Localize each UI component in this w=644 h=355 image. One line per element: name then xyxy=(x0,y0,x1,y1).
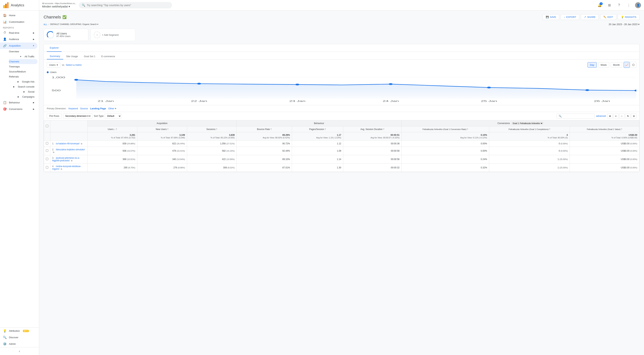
copy-icon-2[interactable]: ⧉ xyxy=(71,160,72,162)
row-page-link-2[interactable]: /podcast-jelentese-es-a-legjobb-podcasts… xyxy=(52,157,80,162)
goal-selector[interactable]: Goal 1: Feliratkozás hírlevélre xyxy=(512,122,543,125)
sidebar-item-conversions[interactable]: 🎯 Conversions ▶ xyxy=(0,106,38,112)
row-page-link-1[interactable]: /idoszakos-bojtoles-utmutato/ xyxy=(56,148,85,151)
sidebar-item-acquisition[interactable]: 🔗 Acquisition ▼ xyxy=(0,42,38,49)
sidebar-sub-sourcemedium[interactable]: Source/Medium xyxy=(9,69,38,74)
sidebar-sub-googleads[interactable]: ▶ Google Ads xyxy=(9,79,38,84)
pie-chart-button[interactable]: ⬡ xyxy=(630,62,636,68)
subtab-goalset1[interactable]: Goal Set 1 xyxy=(81,53,98,59)
table-view-btn-cols[interactable]: ⊟ xyxy=(631,113,636,119)
help-button[interactable]: ? xyxy=(616,2,622,8)
metric-dropdown[interactable]: Users ▾ xyxy=(47,62,60,68)
table-search-input[interactable] xyxy=(563,115,592,117)
total-sessions: 3,839 % of Total: 85.22% (4,505) xyxy=(187,132,237,141)
apps-icon: ⊞ xyxy=(608,3,611,7)
sidebar-sub-referrals[interactable]: Referrals xyxy=(9,74,38,79)
table-view-btn-sort[interactable]: ↕ xyxy=(619,113,624,119)
dim-landingpage[interactable]: Landing Page xyxy=(90,107,106,110)
copy-icon-1[interactable]: ⧉ xyxy=(53,151,54,153)
topbar-search-bar[interactable]: 🔍 xyxy=(79,2,172,8)
date-range-picker[interactable]: 20 Jan 2023 - 26 Jan 2023 ▾ xyxy=(608,23,640,26)
sidebar-sub-channels[interactable]: Channels xyxy=(9,59,38,64)
row-completions-2: 1 (25.00%) xyxy=(489,155,570,164)
row-page-link-0[interactable]: /a-hatalom-48-torvenye/ xyxy=(56,142,80,145)
notifications-button[interactable]: 🔔 2 xyxy=(596,2,603,8)
apps-button[interactable]: ⊞ xyxy=(606,2,613,8)
subtab-siteusage[interactable]: Site Usage xyxy=(63,53,81,59)
breadcrumb-current[interactable]: DEFAULT CHANNEL GROUPING: Organic Search… xyxy=(50,23,98,25)
secondary-dim-label: Secondary dimension ▾ xyxy=(65,115,88,117)
total-new-users: 3,109 % of Total: 87.68% (3,546) xyxy=(137,132,187,141)
dim-keyword[interactable]: Keyword xyxy=(68,107,78,110)
row-checkbox-input-0[interactable] xyxy=(46,142,48,145)
sidebar-sub-label-treemaps: Treemaps xyxy=(9,65,20,68)
sidebar-sub-searchconsole[interactable]: ▶ Search console xyxy=(9,84,38,89)
insights-button[interactable]: 💡 INSIGHTS xyxy=(618,14,640,20)
breadcrumb-all[interactable]: ALL xyxy=(44,23,47,25)
topbar-account[interactable]: Minden webhelyadat ▾ xyxy=(42,5,76,8)
row-pages-2: 1.14 xyxy=(292,155,343,164)
row-checkbox-input-1[interactable] xyxy=(46,149,48,152)
save-button[interactable]: 💾 SAVE xyxy=(543,14,560,20)
segment-all-users: All Users 87.45% Users xyxy=(44,29,88,41)
sidebar-item-behaviour[interactable]: 📋 Behaviour ▶ xyxy=(0,99,38,106)
user-avatar[interactable]: 👤 xyxy=(635,2,641,8)
more-button[interactable]: ⋮ xyxy=(625,2,632,8)
sidebar-sub-social[interactable]: ▶ Social xyxy=(9,89,38,94)
subtab-summary[interactable]: Summary xyxy=(47,53,63,59)
svg-point-15 xyxy=(295,84,299,85)
time-btn-day[interactable]: Day xyxy=(588,62,597,68)
sidebar-sub-treemaps[interactable]: Treemaps xyxy=(9,64,38,69)
tab-explorer[interactable]: Explorer xyxy=(47,44,62,52)
add-segment-button[interactable]: + + Add Segment xyxy=(90,29,135,41)
copy-icon-3[interactable]: ⧉ xyxy=(61,168,62,170)
row-checkbox-input-2[interactable] xyxy=(46,158,48,160)
table-search[interactable]: 🔍 xyxy=(556,114,594,119)
subtab-ecommerce[interactable]: E-commerce xyxy=(98,53,118,59)
table-view-btn-filter[interactable]: ⇅ xyxy=(625,113,630,119)
sidebar-item-attribution[interactable]: 💡 Attribution BETA xyxy=(0,328,38,334)
row-users-0: 839 (24.88%) xyxy=(88,141,137,147)
sidebar-sub-overview[interactable]: Overview xyxy=(9,49,38,54)
admin-icon: ⚙️ xyxy=(3,342,7,346)
th-group-behaviour: Behaviour xyxy=(237,120,402,126)
select-all-checkbox[interactable] xyxy=(46,125,48,127)
advanced-link[interactable]: advanced xyxy=(596,115,606,117)
segment-pct: 87.45% Users xyxy=(56,35,70,38)
data-table: Acquisition Behaviour Conversions Goal 1… xyxy=(44,120,639,172)
sidebar-item-customisation[interactable]: 📊 Customisation xyxy=(0,19,38,25)
sidebar-item-home[interactable]: 🏠 Home xyxy=(0,12,38,19)
secondary-dimension-button[interactable]: Secondary dimension ▾ ▾ xyxy=(63,113,92,119)
table-view-btn-grid[interactable]: ⊞ xyxy=(607,113,612,119)
plot-rows-button[interactable]: Plot Rows xyxy=(47,113,62,119)
copy-icon-0[interactable]: ⧉ xyxy=(81,143,82,145)
row-page-link-3[interactable]: /online-konyvek-letoltese-ingyen/ xyxy=(52,165,81,170)
search-input[interactable] xyxy=(87,4,169,7)
table-row: 2. /idoszakos-bojtoles-utmutato/ ⧉ 508 (… xyxy=(44,147,639,155)
time-btn-week[interactable]: Week xyxy=(598,62,609,68)
sort-type-select[interactable]: Default Weighted xyxy=(105,113,121,119)
table-view-btn-bar[interactable]: ≡ xyxy=(613,113,618,119)
time-btn-month[interactable]: Month xyxy=(611,62,622,68)
th-pages-session: Pages/Session ? xyxy=(292,126,343,132)
sidebar-item-discover[interactable]: 🔍 Discover xyxy=(0,334,38,341)
row-conv-rate-3: 0.32% xyxy=(402,164,489,172)
export-button[interactable]: ↓ EXPORT xyxy=(561,14,579,20)
dim-source[interactable]: Source xyxy=(80,107,88,110)
sidebar-item-realtime[interactable]: ⏱ Real-time ▶ xyxy=(0,30,38,36)
select-metric-link[interactable]: Select a metric xyxy=(66,63,82,66)
edit-button[interactable]: ✏️ EDIT xyxy=(600,14,616,20)
sidebar-item-admin[interactable]: ⚙️ Admin xyxy=(0,341,38,347)
dim-other[interactable]: Other ▾ xyxy=(108,107,116,110)
sidebar-sub-alltraffic[interactable]: ▼ All Traffic xyxy=(9,54,38,59)
sort-type-label: Sort Type: Default Weighted xyxy=(94,113,121,119)
sidebar-sub-campaigns[interactable]: ▶ Campaigns xyxy=(9,94,38,99)
add-segment-label: + Add Segment xyxy=(102,33,118,36)
line-chart-button[interactable]: 📈 xyxy=(624,62,630,68)
row-checkbox-input-3[interactable] xyxy=(46,166,48,169)
share-button[interactable]: ↗ SHARE xyxy=(581,14,599,20)
collapse-sidebar-button[interactable]: ‹ xyxy=(0,347,39,355)
row-bounce-2: 89.10% xyxy=(237,155,292,164)
row-page-0: 1. /a-hatalom-48-torvenye/ ⧉ xyxy=(50,141,88,147)
sidebar-item-audience[interactable]: 👤 Audience ▶ xyxy=(0,36,38,42)
